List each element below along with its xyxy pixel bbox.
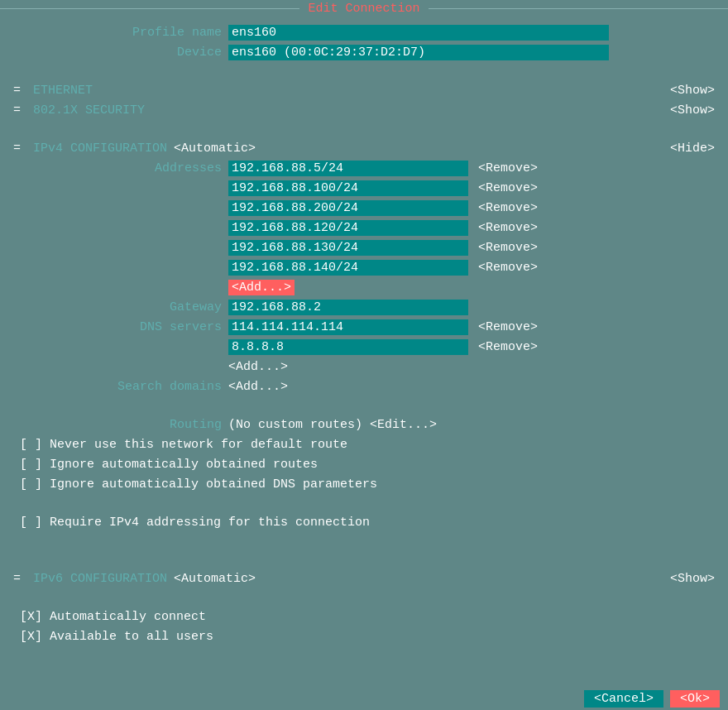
- checkbox-1-text[interactable]: [ ] Ignore automatically obtained routes: [20, 458, 318, 472]
- available-users-text[interactable]: [X] Available to all users: [20, 630, 213, 644]
- security-label: 802.1X SECURITY: [33, 103, 145, 118]
- routing-value[interactable]: (No custom routes) <Edit...>: [228, 418, 715, 432]
- checkbox-0-text[interactable]: [ ] Never use this network for default r…: [20, 438, 347, 452]
- device-label: Device: [13, 46, 228, 60]
- dns-input-1[interactable]: 8.8.8.8: [228, 339, 468, 355]
- device-input[interactable]: ens160 (00:0C:29:37:D2:D7): [228, 45, 609, 60]
- terminal: Edit Connection Profile name ens160 Devi…: [0, 0, 728, 710]
- dns-remove-1[interactable]: <Remove>: [478, 340, 538, 354]
- address-add-button[interactable]: <Add...>: [228, 280, 295, 295]
- checkbox-row-0[interactable]: [ ] Never use this network for default r…: [13, 435, 715, 453]
- auto-connect-text[interactable]: [X] Automatically connect: [20, 610, 206, 624]
- title-bar: Edit Connection: [0, 0, 728, 17]
- address-input-0[interactable]: 192.168.88.5/24: [228, 161, 468, 176]
- device-row: Device ens160 (00:0C:29:37:D2:D7): [13, 43, 715, 61]
- dns-remove-0[interactable]: <Remove>: [478, 320, 538, 334]
- checkbox-3-text[interactable]: [ ] Require IPv4 addressing for this con…: [20, 516, 370, 530]
- ethernet-label: ETHERNET: [33, 84, 93, 98]
- title-bar-line-left: [0, 8, 299, 9]
- address-remove-4[interactable]: <Remove>: [478, 241, 538, 255]
- address-input-1[interactable]: 192.168.88.100/24: [228, 180, 468, 196]
- routing-text[interactable]: (No custom routes) <Edit...>: [228, 418, 437, 432]
- search-domains-label: Search domains: [13, 380, 228, 394]
- address-value-3[interactable]: 192.168.88.120/24 <Remove>: [228, 220, 715, 236]
- ipv4-mode[interactable]: <Automatic>: [174, 142, 256, 156]
- search-domains-add[interactable]: <Add...>: [228, 380, 288, 394]
- search-domains-row: Search domains <Add...>: [13, 377, 715, 396]
- address-add-row: <Add...>: [13, 278, 715, 296]
- security-show[interactable]: <Show>: [670, 103, 715, 118]
- ipv4-eq: =: [13, 142, 26, 156]
- ethernet-show[interactable]: <Show>: [670, 84, 715, 98]
- ipv6-label: IPv6 CONFIGURATION: [33, 572, 167, 586]
- address-value-4[interactable]: 192.168.88.130/24 <Remove>: [228, 240, 715, 256]
- ipv6-section: = IPv6 CONFIGURATION <Automatic> <Show>: [13, 569, 715, 588]
- checkbox-row-3[interactable]: [ ] Require IPv4 addressing for this con…: [13, 513, 715, 531]
- gateway-input[interactable]: 192.168.88.2: [228, 300, 468, 315]
- address-row-2: 192.168.88.200/24 <Remove>: [13, 199, 715, 217]
- address-value-5[interactable]: 192.168.88.140/24 <Remove>: [228, 260, 715, 276]
- search-domains-value[interactable]: <Add...>: [228, 380, 715, 394]
- profile-name-input[interactable]: ens160: [228, 25, 609, 41]
- profile-name-label: Profile name: [13, 26, 228, 40]
- security-eq: =: [13, 103, 26, 118]
- dns-value-0[interactable]: 114.114.114.114 <Remove>: [228, 319, 715, 335]
- ethernet-eq: =: [13, 84, 26, 98]
- address-remove-2[interactable]: <Remove>: [478, 201, 538, 215]
- address-remove-5[interactable]: <Remove>: [478, 261, 538, 275]
- address-remove-1[interactable]: <Remove>: [478, 181, 538, 195]
- checkbox-row-2[interactable]: [ ] Ignore automatically obtained DNS pa…: [13, 475, 715, 493]
- dns-label: DNS servers: [13, 320, 228, 334]
- bottom-bar: <Cancel> <Ok>: [0, 687, 728, 710]
- dns-add-value[interactable]: <Add...>: [228, 360, 715, 374]
- address-add-value[interactable]: <Add...>: [228, 280, 715, 295]
- address-row-5: 192.168.88.140/24 <Remove>: [13, 258, 715, 276]
- dns-row-1: 8.8.8.8 <Remove>: [13, 338, 715, 356]
- ipv4-hide[interactable]: <Hide>: [670, 142, 715, 156]
- address-remove-0[interactable]: <Remove>: [478, 161, 538, 175]
- ethernet-section: = ETHERNET <Show>: [13, 81, 715, 99]
- address-row-1: 192.168.88.100/24 <Remove>: [13, 179, 715, 197]
- addresses-label: Addresses: [13, 161, 228, 175]
- address-value-1[interactable]: 192.168.88.100/24 <Remove>: [228, 180, 715, 196]
- dns-add-button[interactable]: <Add...>: [228, 360, 288, 374]
- window-title: Edit Connection: [299, 2, 428, 16]
- address-input-5[interactable]: 192.168.88.140/24: [228, 260, 468, 276]
- address-row-0: Addresses 192.168.88.5/24 <Remove>: [13, 159, 715, 177]
- checkbox-row-1[interactable]: [ ] Ignore automatically obtained routes: [13, 455, 715, 473]
- address-input-4[interactable]: 192.168.88.130/24: [228, 240, 468, 256]
- address-row-3: 192.168.88.120/24 <Remove>: [13, 218, 715, 237]
- address-value-0[interactable]: 192.168.88.5/24 <Remove>: [228, 161, 715, 176]
- ipv4-section: = IPv4 CONFIGURATION <Automatic> <Hide>: [13, 139, 715, 157]
- routing-label: Routing: [13, 418, 228, 432]
- address-input-2[interactable]: 192.168.88.200/24: [228, 200, 468, 216]
- address-input-3[interactable]: 192.168.88.120/24: [228, 220, 468, 236]
- ipv6-eq: =: [13, 572, 26, 586]
- gateway-label: Gateway: [13, 300, 228, 314]
- cancel-button[interactable]: <Cancel>: [584, 690, 663, 708]
- dns-row-0: DNS servers 114.114.114.114 <Remove>: [13, 318, 715, 336]
- content-area: Profile name ens160 Device ens160 (00:0C…: [0, 17, 728, 710]
- address-row-4: 192.168.88.130/24 <Remove>: [13, 238, 715, 257]
- dns-add-row: <Add...>: [13, 357, 715, 376]
- address-remove-3[interactable]: <Remove>: [478, 221, 538, 235]
- device-value[interactable]: ens160 (00:0C:29:37:D2:D7): [228, 45, 715, 60]
- dns-value-1[interactable]: 8.8.8.8 <Remove>: [228, 339, 715, 355]
- gateway-row: Gateway 192.168.88.2: [13, 298, 715, 316]
- checkbox-2-text[interactable]: [ ] Ignore automatically obtained DNS pa…: [20, 477, 377, 492]
- ok-button[interactable]: <Ok>: [670, 690, 720, 708]
- address-value-2[interactable]: 192.168.88.200/24 <Remove>: [228, 200, 715, 216]
- auto-connect-row[interactable]: [X] Automatically connect: [13, 607, 715, 626]
- ipv6-show[interactable]: <Show>: [670, 572, 715, 586]
- title-bar-line-right: [429, 8, 728, 9]
- ipv6-mode[interactable]: <Automatic>: [174, 572, 256, 586]
- gateway-value[interactable]: 192.168.88.2: [228, 300, 715, 315]
- profile-name-value[interactable]: ens160: [228, 25, 715, 41]
- profile-name-row: Profile name ens160: [13, 23, 715, 41]
- available-users-row[interactable]: [X] Available to all users: [13, 627, 715, 645]
- security-section: = 802.1X SECURITY <Show>: [13, 101, 715, 119]
- routing-row: Routing (No custom routes) <Edit...>: [13, 415, 715, 434]
- ipv4-label: IPv4 CONFIGURATION: [33, 142, 167, 156]
- dns-input-0[interactable]: 114.114.114.114: [228, 319, 468, 335]
